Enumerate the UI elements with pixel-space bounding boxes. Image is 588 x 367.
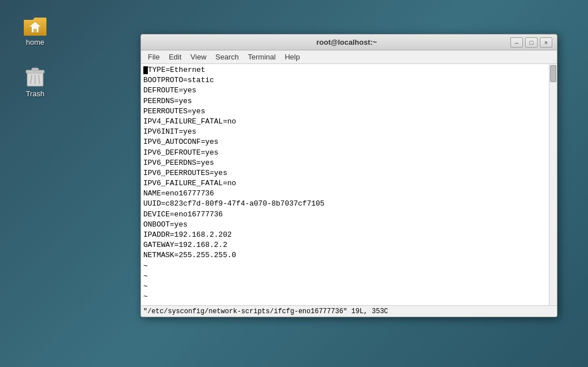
maximize-button[interactable]: □	[525, 37, 538, 48]
menu-item-edit[interactable]: Edit	[164, 52, 186, 62]
terminal-menubar: FileEditViewSearchTerminalHelp	[141, 50, 557, 64]
minimize-button[interactable]: –	[510, 37, 523, 48]
trash-icon	[22, 62, 49, 89]
menu-item-search[interactable]: Search	[211, 52, 243, 62]
menu-item-view[interactable]: View	[186, 52, 211, 62]
svg-rect-7	[32, 68, 39, 71]
home-icon-label: home	[26, 38, 45, 46]
menu-item-help[interactable]: Help	[280, 52, 305, 62]
home-icon	[22, 11, 49, 38]
menu-item-file[interactable]: File	[143, 52, 164, 62]
menu-item-terminal[interactable]: Terminal	[244, 52, 280, 62]
terminal-titlebar: root@localhost:~ – □ ×	[141, 35, 557, 50]
desktop-icon-home[interactable]: home	[12, 8, 58, 49]
scrollbar-thumb[interactable]	[550, 65, 556, 82]
terminal-content: TYPE=Ethernet BOOTPROTO=static DEFROUTE=…	[141, 64, 557, 305]
scrollbar-track	[549, 64, 557, 305]
terminal-statusbar: "/etc/sysconfig/network-scripts/ifcfg-en…	[141, 305, 557, 317]
svg-rect-4	[33, 29, 37, 32]
desktop-icon-trash[interactable]: Trash	[12, 60, 58, 100]
terminal-title: root@localhost:~	[183, 38, 510, 46]
trash-icon-label: Trash	[26, 89, 45, 98]
window-controls: – □ ×	[510, 37, 552, 48]
status-text: "/etc/sysconfig/network-scripts/ifcfg-en…	[143, 308, 388, 315]
terminal-window: root@localhost:~ – □ × FileEditViewSearc…	[140, 34, 557, 317]
terminal-scrollbar[interactable]	[549, 64, 557, 305]
terminal-text[interactable]: TYPE=Ethernet BOOTPROTO=static DEFROUTE=…	[141, 64, 549, 305]
close-button[interactable]: ×	[540, 37, 552, 48]
